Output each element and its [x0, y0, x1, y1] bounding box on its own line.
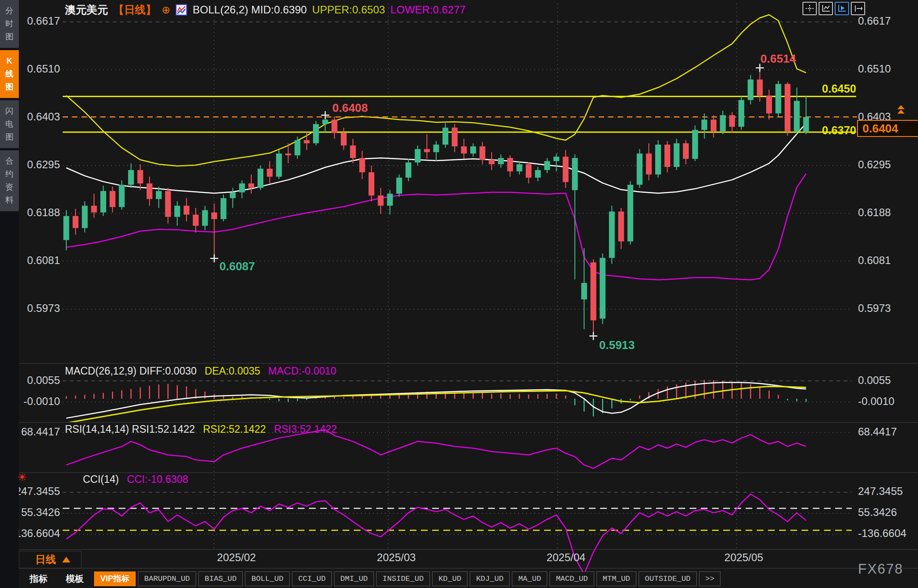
axis-label: 247.3455 [15, 485, 60, 497]
axis-label: 0.6510 [858, 63, 891, 75]
price-up-arrow-icon [897, 105, 905, 114]
sidebar-item-3[interactable]: 闪电图 [0, 100, 19, 148]
rsi-name-rsi1: RSI(14,14,14) RSI1:52.1422 [65, 423, 195, 435]
tab-8[interactable]: DMI_UD [334, 571, 374, 586]
macd-macd: MACD:-0.0010 [268, 365, 336, 377]
axis-label: 68.4417 [21, 426, 60, 438]
tab-12[interactable]: MA_UD [512, 571, 547, 586]
axis-label: 0.5973 [858, 302, 891, 314]
chart-type-sidebar: 分时图K线图闪电图合约资料 [0, 0, 19, 588]
axis-label: 0.6295 [27, 158, 60, 170]
move-cross-icon[interactable] [802, 2, 817, 15]
cci-name: CCI(14) [83, 473, 119, 486]
tab-9[interactable]: INSIDE_UD [376, 571, 430, 586]
axis-label: 247.3455 [858, 485, 903, 497]
tab-11[interactable]: KDJ_UD [470, 571, 510, 586]
alert-sun-icon[interactable]: ☀ [17, 471, 27, 484]
rsi-rsi2: RSI2:52.1422 [203, 423, 266, 435]
axis-label: 0.6295 [858, 158, 891, 170]
date-label: 2025/03 [377, 551, 416, 563]
cci-header: CCI(14) CCI:-10.6308 [83, 473, 188, 486]
boll-mid-label: BOLL(26,2) MID:0.6390 [193, 4, 307, 16]
axis-label: 0.5973 [27, 302, 60, 314]
axis-label: 0.6081 [27, 254, 60, 266]
chart-title-bar: 澳元美元 【日线】 ⊕ BOLL(26,2) MID:0.6390 UPPER:… [65, 3, 466, 17]
macd-name-diff: MACD(26,12,9) DIFF:0.0030 [65, 365, 197, 377]
axis-label: 0.6403 [27, 111, 60, 123]
symbol-name: 澳元美元 [65, 3, 108, 17]
axis-label: -136.6604 [858, 527, 906, 539]
cci-value: CCI:-10.6308 [127, 473, 189, 486]
indicator-tab-bar: 指标模板VIP指标BARUPDN_UDBIAS_UDBOLL_UDCCI_UDD… [21, 570, 723, 587]
shift-right-icon[interactable] [851, 2, 865, 15]
period-up-triangle-icon [62, 557, 70, 562]
last-price-box: 0.6404 [857, 120, 918, 137]
axis-label: -136.6604 [12, 527, 60, 539]
axis-label: 0.0055 [27, 374, 60, 386]
trading-app-window: 0.66170.66170.65100.65100.64030.64030.62… [0, 0, 918, 588]
tab-4[interactable]: BARUPDN_UD [138, 571, 196, 586]
boll-upper-label: UPPER:0.6503 [312, 4, 385, 16]
axis-label: 55.3426 [858, 506, 897, 518]
chart-toolbar [802, 2, 865, 15]
mini-chart-icon[interactable] [176, 4, 187, 16]
axis-label: 0.6510 [27, 63, 60, 75]
tab-6[interactable]: BOLL_UD [245, 571, 289, 586]
sidebar-item-4[interactable]: 合约资料 [0, 150, 19, 211]
axis-play-icon[interactable] [835, 2, 849, 15]
support-line-label[interactable]: 0.6370 [819, 124, 856, 137]
watermark: FX678 [858, 561, 903, 577]
rsi-rsi3: RSI3:52.1422 [274, 423, 337, 435]
axis-label: -0.0010 [24, 395, 60, 407]
axis-label: -0.0010 [858, 395, 894, 407]
tab-5[interactable]: BIAS_UD [198, 571, 243, 586]
period-label: 日线 [35, 553, 56, 567]
axis-label: 55.3426 [21, 506, 60, 518]
rsi-header: RSI(14,14,14) RSI1:52.1422 RSI2:52.1422 … [65, 423, 337, 435]
tab-14[interactable]: MTM_UD [596, 571, 636, 586]
sidebar-item-2[interactable]: K线图 [0, 50, 19, 98]
date-label: 2025/04 [547, 551, 586, 563]
annotation-high-may: 0.6514 [760, 52, 796, 66]
tab-3[interactable]: VIP指标 [94, 571, 136, 586]
axis-label: 0.6081 [858, 254, 891, 266]
macd-header: MACD(26,12,9) DIFF:0.0030 DEA:0.0035 MAC… [65, 365, 336, 377]
macd-dea: DEA:0.0035 [205, 365, 260, 377]
date-label: 2025/05 [725, 551, 764, 563]
tab-7[interactable]: CCI_UD [292, 571, 332, 586]
axis-label: 0.0055 [858, 374, 891, 386]
axis-label: 0.6617 [858, 15, 891, 27]
tab-1[interactable]: 指标 [21, 572, 56, 586]
tab-13[interactable]: MACD_UD [549, 571, 594, 586]
period-selector[interactable]: 日线 [19, 551, 82, 568]
tab-16[interactable]: >> [699, 571, 721, 586]
boll-lower-label: LOWER:0.6277 [390, 4, 466, 16]
tab-10[interactable]: KD_UD [432, 571, 468, 586]
tab-15[interactable]: OUTSIDE_UD [639, 571, 697, 586]
annotation-low-feb: 0.6087 [219, 260, 255, 273]
axis-label: 68.4417 [858, 426, 897, 438]
resistance-line-label[interactable]: 0.6450 [819, 82, 856, 95]
axis-label: 0.6188 [858, 206, 891, 218]
annotation-high-feb: 0.6408 [332, 101, 368, 115]
date-label: 2025/02 [217, 551, 256, 563]
period-tag: 【日线】 [113, 3, 156, 17]
tab-2[interactable]: 模板 [58, 572, 92, 586]
axis-label: 0.6617 [27, 15, 60, 27]
chart-canvas[interactable]: 0.66170.66170.65100.65100.64030.64030.62… [0, 0, 918, 588]
axis-label: 0.6188 [27, 206, 60, 218]
add-indicator-icon[interactable]: ⊕ [162, 4, 170, 16]
axis-chart-icon[interactable] [819, 2, 833, 15]
sidebar-item-1[interactable]: 分时图 [0, 0, 19, 48]
annotation-low-apr: 0.5913 [599, 338, 635, 352]
